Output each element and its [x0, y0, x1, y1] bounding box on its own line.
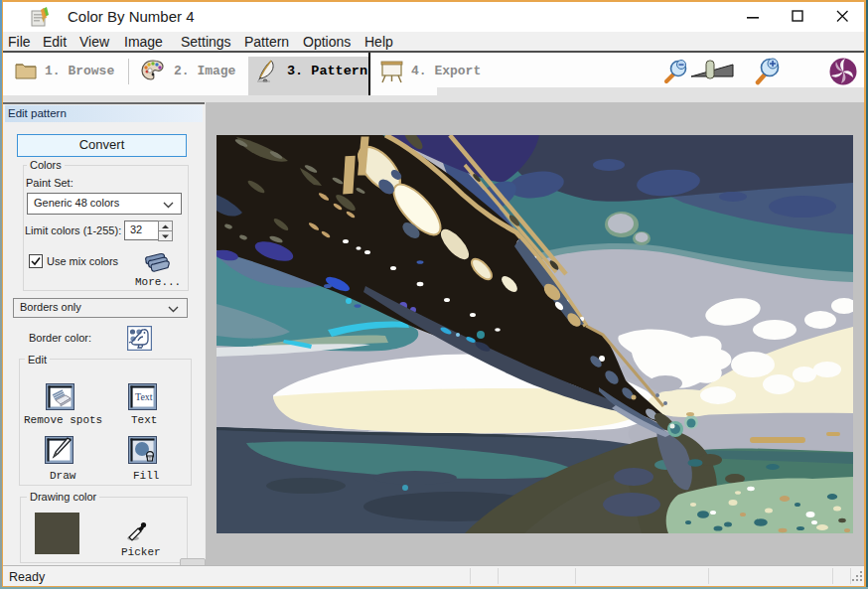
svg-text:Text: Text — [135, 391, 153, 402]
